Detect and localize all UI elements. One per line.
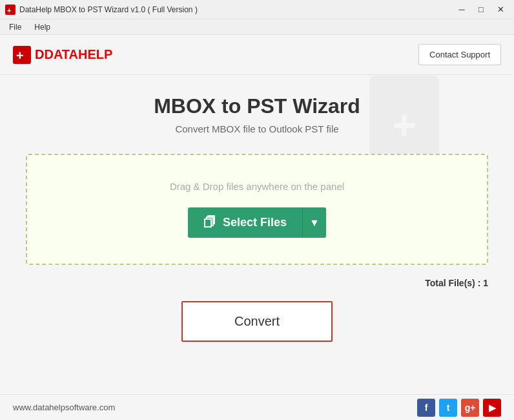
logo-text: DDATAHELP: [35, 47, 112, 62]
convert-button-wrapper: Convert: [26, 301, 488, 342]
menu-help[interactable]: Help: [28, 21, 57, 33]
select-files-button[interactable]: 🗍 Select Files: [188, 207, 302, 238]
select-files-wrapper: 🗍 Select Files ▼: [188, 207, 326, 238]
menu-bar: File Help: [0, 19, 514, 35]
drop-zone[interactable]: Drag & Drop files anywhere on the panel …: [26, 154, 488, 265]
logo: + DDATAHELP: [13, 46, 112, 64]
main-window: + + DDATAHELP Contact Support MBOX to PS…: [0, 35, 514, 420]
menu-file[interactable]: File: [3, 21, 28, 33]
file-icon: 🗍: [203, 215, 216, 230]
title-bar-text: DataHelp MBOX to PST Wizard v1.0 ( Full …: [19, 5, 198, 14]
header: + DDATAHELP Contact Support: [0, 35, 514, 75]
svg-text:+: +: [16, 48, 24, 63]
app-subtitle: Convert MBOX file to Outlook PST file: [26, 123, 488, 134]
facebook-button[interactable]: f: [417, 399, 435, 417]
twitter-button[interactable]: t: [439, 399, 457, 417]
footer: www.datahelpsoftware.com f t g+ ▶: [0, 394, 514, 420]
total-files: Total File(s) : 1: [26, 275, 488, 296]
close-button[interactable]: ✕: [492, 3, 509, 16]
app-title: MBOX to PST Wizard: [26, 94, 488, 118]
social-icons: f t g+ ▶: [417, 399, 501, 417]
footer-url: www.datahelpsoftware.com: [13, 403, 115, 412]
convert-button[interactable]: Convert: [181, 301, 333, 342]
window-controls: ─ □ ✕: [453, 3, 509, 16]
drop-text: Drag & Drop files anywhere on the panel: [40, 181, 474, 192]
app-icon: +: [5, 5, 15, 15]
youtube-button[interactable]: ▶: [483, 399, 501, 417]
google-plus-button[interactable]: g+: [461, 399, 479, 417]
maximize-button[interactable]: □: [473, 3, 489, 16]
logo-text-red: D: [35, 47, 44, 61]
minimize-button[interactable]: ─: [453, 3, 470, 16]
select-files-label: Select Files: [223, 216, 287, 229]
select-files-dropdown-button[interactable]: ▼: [302, 207, 326, 238]
svg-text:+: +: [7, 6, 11, 14]
title-bar: + DataHelp MBOX to PST Wizard v1.0 ( Ful…: [0, 0, 514, 19]
logo-icon: +: [13, 46, 31, 64]
content-area: MBOX to PST Wizard Convert MBOX file to …: [0, 75, 514, 355]
contact-support-button[interactable]: Contact Support: [418, 44, 501, 65]
